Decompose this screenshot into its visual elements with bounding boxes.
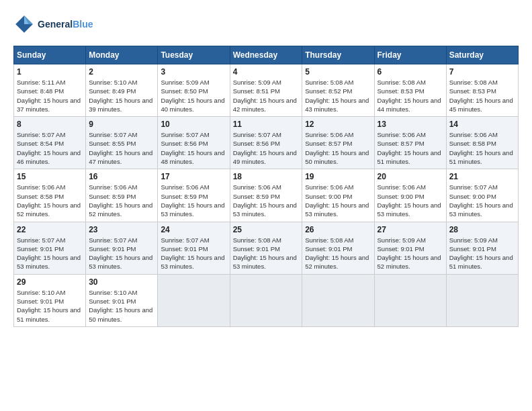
day-info: Sunrise: 5:09 AM Sunset: 9:01 PM Dayligh… xyxy=(449,236,515,271)
day-info: Sunrise: 5:06 AM Sunset: 8:59 PM Dayligh… xyxy=(89,183,154,218)
day-number: 11 xyxy=(233,120,300,129)
day-number: 18 xyxy=(233,172,300,181)
day-info: Sunrise: 5:07 AM Sunset: 9:01 PM Dayligh… xyxy=(17,236,83,271)
calendar-table: SundayMondayTuesdayWednesdayThursdayFrid… xyxy=(13,46,519,327)
day-number: 22 xyxy=(17,225,83,234)
calendar-cell: 19 Sunrise: 5:06 AM Sunset: 9:00 PM Dayl… xyxy=(302,169,374,222)
day-info: Sunrise: 5:06 AM Sunset: 9:00 PM Dayligh… xyxy=(305,183,371,218)
calendar-cell: 6 Sunrise: 5:08 AM Sunset: 8:53 PM Dayli… xyxy=(374,64,446,117)
day-info: Sunrise: 5:08 AM Sunset: 8:53 PM Dayligh… xyxy=(378,78,443,113)
day-info: Sunrise: 5:06 AM Sunset: 8:57 PM Dayligh… xyxy=(305,130,371,166)
day-number: 26 xyxy=(305,225,371,234)
day-number: 3 xyxy=(161,67,226,77)
weekday-header-saturday: Saturday xyxy=(446,46,518,64)
day-number: 7 xyxy=(449,67,515,77)
day-number: 5 xyxy=(305,67,371,77)
weekday-header-tuesday: Tuesday xyxy=(158,46,230,64)
day-info: Sunrise: 5:10 AM Sunset: 9:01 PM Dayligh… xyxy=(17,288,83,324)
day-number: 30 xyxy=(89,277,154,287)
calendar-cell: 11 Sunrise: 5:07 AM Sunset: 8:56 PM Dayl… xyxy=(230,117,302,169)
calendar-cell: 28 Sunrise: 5:09 AM Sunset: 9:01 PM Dayl… xyxy=(446,222,518,274)
day-number: 13 xyxy=(378,120,443,129)
day-number: 29 xyxy=(17,277,83,287)
calendar-cell: 30 Sunrise: 5:10 AM Sunset: 9:01 PM Dayl… xyxy=(86,274,158,326)
day-number: 24 xyxy=(161,225,226,234)
day-number: 10 xyxy=(161,120,226,129)
weekday-header-wednesday: Wednesday xyxy=(230,46,302,64)
calendar-cell: 2 Sunrise: 5:10 AM Sunset: 8:49 PM Dayli… xyxy=(86,64,158,117)
day-number: 8 xyxy=(17,120,83,129)
day-info: Sunrise: 5:08 AM Sunset: 9:01 PM Dayligh… xyxy=(233,236,300,271)
calendar-week-row: 29 Sunrise: 5:10 AM Sunset: 9:01 PM Dayl… xyxy=(14,274,519,326)
calendar-cell: 25 Sunrise: 5:08 AM Sunset: 9:01 PM Dayl… xyxy=(230,222,302,274)
day-info: Sunrise: 5:08 AM Sunset: 9:01 PM Dayligh… xyxy=(305,236,371,271)
day-info: Sunrise: 5:07 AM Sunset: 8:54 PM Dayligh… xyxy=(17,130,83,166)
day-info: Sunrise: 5:07 AM Sunset: 8:56 PM Dayligh… xyxy=(161,130,226,166)
calendar-cell: 12 Sunrise: 5:06 AM Sunset: 8:57 PM Dayl… xyxy=(302,117,374,169)
calendar-cell: 29 Sunrise: 5:10 AM Sunset: 9:01 PM Dayl… xyxy=(14,274,86,326)
day-info: Sunrise: 5:10 AM Sunset: 8:49 PM Dayligh… xyxy=(89,78,154,113)
calendar-cell: 23 Sunrise: 5:07 AM Sunset: 9:01 PM Dayl… xyxy=(86,222,158,274)
day-number: 6 xyxy=(378,67,443,77)
calendar-cell: 22 Sunrise: 5:07 AM Sunset: 9:01 PM Dayl… xyxy=(14,222,86,274)
calendar-cell xyxy=(374,274,446,326)
day-info: Sunrise: 5:06 AM Sunset: 8:58 PM Dayligh… xyxy=(17,183,83,218)
calendar-cell xyxy=(230,274,302,326)
logo-icon xyxy=(13,13,35,35)
day-info: Sunrise: 5:11 AM Sunset: 8:48 PM Dayligh… xyxy=(17,78,83,113)
day-number: 12 xyxy=(305,120,371,129)
logo: GeneralBlue xyxy=(13,13,93,35)
day-number: 28 xyxy=(449,225,515,234)
day-number: 21 xyxy=(449,172,515,181)
calendar-week-row: 8 Sunrise: 5:07 AM Sunset: 8:54 PM Dayli… xyxy=(14,117,519,169)
calendar-week-row: 15 Sunrise: 5:06 AM Sunset: 8:58 PM Dayl… xyxy=(14,169,519,222)
day-number: 16 xyxy=(89,172,154,181)
day-info: Sunrise: 5:08 AM Sunset: 8:53 PM Dayligh… xyxy=(449,78,515,113)
day-info: Sunrise: 5:09 AM Sunset: 8:50 PM Dayligh… xyxy=(161,78,226,113)
calendar-cell: 21 Sunrise: 5:07 AM Sunset: 9:00 PM Dayl… xyxy=(446,169,518,222)
calendar-cell: 5 Sunrise: 5:08 AM Sunset: 8:52 PM Dayli… xyxy=(302,64,374,117)
day-number: 15 xyxy=(17,172,83,181)
day-info: Sunrise: 5:07 AM Sunset: 8:56 PM Dayligh… xyxy=(233,130,300,166)
weekday-header-thursday: Thursday xyxy=(302,46,374,64)
calendar-cell: 9 Sunrise: 5:07 AM Sunset: 8:55 PM Dayli… xyxy=(86,117,158,169)
calendar-cell: 16 Sunrise: 5:06 AM Sunset: 8:59 PM Dayl… xyxy=(86,169,158,222)
day-info: Sunrise: 5:08 AM Sunset: 8:52 PM Dayligh… xyxy=(305,78,371,113)
day-number: 19 xyxy=(305,172,371,181)
calendar-cell xyxy=(302,274,374,326)
calendar-cell: 15 Sunrise: 5:06 AM Sunset: 8:58 PM Dayl… xyxy=(14,169,86,222)
day-info: Sunrise: 5:06 AM Sunset: 9:00 PM Dayligh… xyxy=(378,183,443,218)
calendar-cell: 8 Sunrise: 5:07 AM Sunset: 8:54 PM Dayli… xyxy=(14,117,86,169)
weekday-header-monday: Monday xyxy=(86,46,158,64)
day-info: Sunrise: 5:06 AM Sunset: 8:59 PM Dayligh… xyxy=(233,183,300,218)
day-info: Sunrise: 5:06 AM Sunset: 8:59 PM Dayligh… xyxy=(161,183,226,218)
calendar-cell: 4 Sunrise: 5:09 AM Sunset: 8:51 PM Dayli… xyxy=(230,64,302,117)
calendar-week-row: 1 Sunrise: 5:11 AM Sunset: 8:48 PM Dayli… xyxy=(14,64,519,117)
day-number: 14 xyxy=(449,120,515,129)
day-info: Sunrise: 5:07 AM Sunset: 9:00 PM Dayligh… xyxy=(449,183,515,218)
day-info: Sunrise: 5:07 AM Sunset: 9:01 PM Dayligh… xyxy=(161,236,226,271)
day-number: 27 xyxy=(378,225,443,234)
calendar-cell: 17 Sunrise: 5:06 AM Sunset: 8:59 PM Dayl… xyxy=(158,169,230,222)
day-number: 17 xyxy=(161,172,226,181)
day-number: 9 xyxy=(89,120,154,129)
calendar-cell: 3 Sunrise: 5:09 AM Sunset: 8:50 PM Dayli… xyxy=(158,64,230,117)
calendar-cell: 7 Sunrise: 5:08 AM Sunset: 8:53 PM Dayli… xyxy=(446,64,518,117)
day-number: 23 xyxy=(89,225,154,234)
day-info: Sunrise: 5:06 AM Sunset: 8:58 PM Dayligh… xyxy=(449,130,515,166)
calendar-cell xyxy=(158,274,230,326)
calendar-header-row: SundayMondayTuesdayWednesdayThursdayFrid… xyxy=(14,46,519,64)
calendar-cell: 27 Sunrise: 5:09 AM Sunset: 9:01 PM Dayl… xyxy=(374,222,446,274)
day-info: Sunrise: 5:10 AM Sunset: 9:01 PM Dayligh… xyxy=(89,288,154,324)
calendar-cell: 26 Sunrise: 5:08 AM Sunset: 9:01 PM Dayl… xyxy=(302,222,374,274)
day-info: Sunrise: 5:06 AM Sunset: 8:57 PM Dayligh… xyxy=(378,130,443,166)
calendar-cell xyxy=(446,274,518,326)
calendar-cell: 1 Sunrise: 5:11 AM Sunset: 8:48 PM Dayli… xyxy=(14,64,86,117)
calendar-cell: 18 Sunrise: 5:06 AM Sunset: 8:59 PM Dayl… xyxy=(230,169,302,222)
weekday-header-sunday: Sunday xyxy=(14,46,86,64)
day-number: 2 xyxy=(89,67,154,77)
day-number: 25 xyxy=(233,225,300,234)
weekday-header-friday: Friday xyxy=(374,46,446,64)
day-info: Sunrise: 5:07 AM Sunset: 9:01 PM Dayligh… xyxy=(89,236,154,271)
calendar-cell: 10 Sunrise: 5:07 AM Sunset: 8:56 PM Dayl… xyxy=(158,117,230,169)
